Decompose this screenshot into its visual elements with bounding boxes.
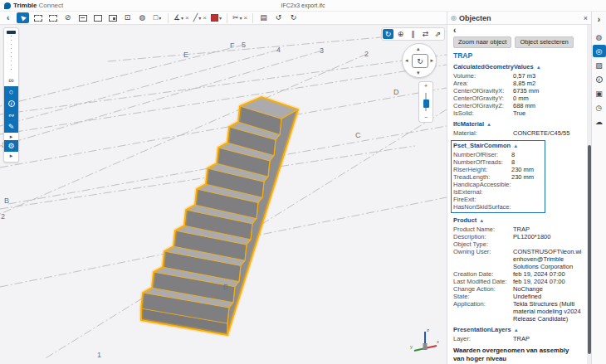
collapse-icon[interactable]: ▲ [513,143,518,148]
expand-settings-button[interactable]: ▸ [4,152,18,159]
property-value: 8 [511,151,543,158]
measure-tool[interactable]: ∡▾× [173,12,190,23]
property-label: Description: [453,233,513,240]
property-value: 230 mm [511,166,543,173]
property-label: NumberOfRiser: [453,151,511,158]
close-panel-icon[interactable]: × [584,14,588,22]
zoom-to-object-button[interactable]: Zoom naar object [453,36,511,48]
objects-icon[interactable]: ◎ [593,45,606,57]
walk-tool[interactable]: ∥ [408,29,418,39]
left-view-toolbar: ∞○i∾✎▸⚙▸ [3,27,19,163]
markup-color-tool[interactable]: ▾ [210,12,222,23]
select-object-button[interactable]: Object selecteren [515,36,573,48]
depth-slider-handle[interactable] [7,31,16,34]
back-button[interactable]: ‹ [2,12,14,23]
zoom-track[interactable] [425,93,427,111]
views-tool[interactable] [106,12,119,23]
remove-tool-icon[interactable]: × [243,14,247,22]
property-label: Product Name: [453,226,513,233]
axis-triad: z x y [408,325,442,355]
toolbar-separator [227,13,227,23]
grid-axis-label: C [355,131,361,139]
view-settings-tool[interactable]: ⚙ [4,140,18,152]
objects-panel: ‹ Zoom naar object Object selecteren TRA… [447,25,591,364]
viewport-3d[interactable]: F5432EEDC3B2B1 ∞○i∾✎▸⚙▸ ↻⊕∥⇄⇗ ▴ ▾ ◂ ▸ ↻ … [0,25,447,364]
orbit-center-icon[interactable]: ↻ [412,54,428,68]
layers-icon[interactable]: ▨ [593,59,606,71]
markup-list-tool[interactable]: ▤ [257,12,270,23]
collapse-icon[interactable]: ▲ [479,218,484,223]
dropdown-caret-icon[interactable]: ▾ [239,15,242,21]
paint-tool[interactable]: ✎ [4,121,18,133]
collapse-panel-button[interactable]: › [593,13,606,26]
link-tool[interactable]: ∾ [4,109,18,121]
property-value: 0 mm [513,95,584,102]
section-header[interactable]: CalculatedGeometryValues▲ [453,63,584,70]
section-header[interactable]: PresentationLayers▲ [453,326,584,333]
hide-object-tool[interactable]: ⊘ [61,12,74,23]
ghost-view-tool[interactable]: ∞ [4,75,18,86]
object-properties: ‹ Zoom naar object Object selecteren TRA… [447,25,586,364]
cloud-icon[interactable]: ☁ [593,115,606,128]
property-label: IsSolid: [453,109,513,117]
property-row: Creation Date:feb 19, 2024 07:00 [453,270,584,278]
orbit-compass[interactable]: ▴ ▾ ◂ ▸ ↻ [402,43,437,78]
ghost-mode-tool[interactable]: ◍ [136,12,149,23]
fullscreen-tool[interactable]: ⇗ [433,29,443,39]
freehand-select-tool[interactable] [46,12,59,23]
property-section: Product▲Product Name:TRAPDescription:PL1… [453,216,584,323]
property-row: NumberOfTreads:8 [453,158,543,166]
snapshot-tool[interactable] [91,12,104,23]
redo-button[interactable]: ↻ [287,12,300,23]
details-icon[interactable]: i [593,73,606,85]
undo-button[interactable]: ↺ [272,12,285,23]
compass-up-icon[interactable]: ▴ [417,46,420,51]
move-tool[interactable]: ⇄ [420,29,431,39]
section-box-tool[interactable]: □▾ [151,12,164,23]
object-info-tool[interactable]: i [4,98,18,109]
grid-axis-label: 4 [276,46,281,54]
collapse-icon[interactable]: ▲ [514,328,519,332]
models-icon[interactable]: ◍ [593,31,606,43]
remove-tool-icon[interactable]: × [203,14,207,22]
grid-view-tool[interactable] [76,12,89,23]
collapse-icon[interactable]: ▲ [536,65,541,70]
collapse-icon[interactable]: ▲ [486,122,491,127]
toolbar-separator [168,13,169,23]
select-tool[interactable]: ▶ [17,12,29,23]
compass-right-icon[interactable]: ▸ [430,57,433,63]
section-header[interactable]: Pset_StairCommon▲ [453,142,543,149]
fit-view-tool[interactable]: ⊡ [121,12,134,23]
status-sphere-tool[interactable]: ○ [4,86,18,98]
section-header[interactable]: Product▲ [453,216,584,224]
zoom-slider[interactable]: + − [418,81,433,123]
compass-down-icon[interactable]: ▾ [417,70,420,75]
panel-scrollbar-thumb[interactable] [588,145,591,354]
zoom-thumb[interactable] [423,99,429,108]
section-title: Pset_StairCommon [453,142,511,149]
media-icon[interactable]: ▣ [593,87,606,99]
dropdown-caret-icon[interactable]: ▾ [198,15,201,21]
pan-tool[interactable]: ⊕ [395,29,406,39]
rectangle-select-tool[interactable] [32,12,44,23]
expand-tools-button[interactable]: ▸ [4,133,18,140]
history-icon[interactable]: ◷ [593,101,606,114]
dropdown-caret-icon[interactable]: ▾ [181,15,183,21]
dropdown-caret-icon[interactable]: ▾ [159,15,161,21]
zoom-in-button[interactable]: + [424,84,428,89]
walk-tool-icon: ∥ [411,30,415,38]
property-row: IsSolid:True [453,109,584,117]
panel-back-button[interactable]: ‹ [453,27,584,34]
zoom-out-button[interactable]: − [424,115,428,120]
remove-tool-icon[interactable]: × [185,14,189,22]
grid-axis-label: 5 [242,41,246,49]
dropdown-caret-icon[interactable]: ▾ [219,15,222,21]
depth-slider-track[interactable] [11,36,12,72]
markup-draw-tool[interactable]: ╱▾× [193,12,208,23]
section-header[interactable]: IfcMaterial▲ [453,120,584,128]
orbit-tool[interactable]: ↻ [383,29,393,39]
property-row: NumberOfRiser:8 [453,151,543,158]
clip-plane-tool[interactable]: ✂▾× [232,12,248,23]
property-value: TRAP [513,226,584,233]
compass-left-icon[interactable]: ◂ [405,57,408,63]
